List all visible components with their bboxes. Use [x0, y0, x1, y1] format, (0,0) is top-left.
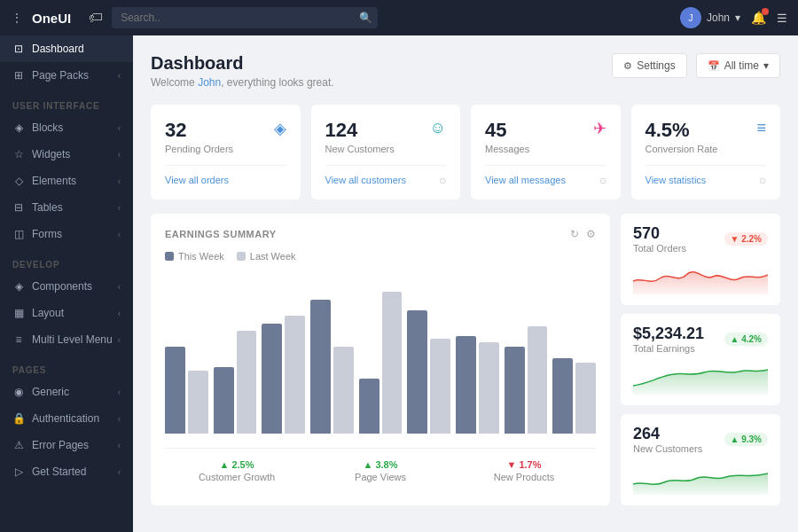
mini-chart-new-customers — [633, 459, 768, 495]
sidebar-item-label: Tables — [32, 201, 63, 214]
search-input[interactable] — [112, 7, 378, 28]
chart-settings-button[interactable]: ⚙ — [586, 228, 596, 240]
sidebar-item-authentication[interactable]: 🔒 Authentication ‹ — [0, 405, 133, 432]
stat-label: New Customers — [325, 144, 447, 154]
user-menu[interactable]: J John ▾ — [680, 7, 740, 28]
bar-group — [262, 316, 305, 434]
refresh-button[interactable]: ↻ — [570, 228, 579, 240]
settings-button[interactable]: ⚙ Settings — [612, 53, 686, 78]
stat-label: Messages — [485, 144, 606, 154]
legend-dot-last — [237, 252, 246, 261]
sidebar-item-forms[interactable]: ◫ Forms ‹ — [0, 221, 133, 247]
sidebar-item-tables[interactable]: ⊟ Tables ‹ — [0, 194, 133, 221]
sidebar-item-multilevel[interactable]: ≡ Multi Level Menu ‹ — [0, 326, 133, 353]
mini-card-header: 264 New Customers ▲ 9.3% — [633, 425, 768, 454]
layout-icon: ▦ — [12, 307, 25, 319]
sidebar-item-error-pages[interactable]: ⚠ Error Pages ‹ — [0, 432, 133, 458]
time-filter-button[interactable]: 📅 All time ▾ — [696, 53, 780, 78]
bar-last — [237, 331, 257, 434]
avatar: J — [680, 7, 701, 28]
sidebar-item-get-started[interactable]: ▷ Get Started ‹ — [0, 458, 133, 485]
search-button[interactable]: 🔍 — [359, 12, 372, 24]
notification-badge — [762, 8, 769, 15]
sidebar-item-components[interactable]: ◈ Components ‹ — [0, 273, 133, 300]
stat-card-customers: ☺ 124 New Customers View all customers ⊙ — [311, 105, 461, 200]
sidebar-item-label: Widgets — [32, 148, 70, 160]
bar-last — [188, 371, 208, 434]
sidebar-item-label: Page Packs — [32, 69, 89, 82]
stat-number: 32 — [165, 119, 286, 142]
sidebar-item-dashboard[interactable]: ⊡ Dashboard — [0, 35, 133, 62]
right-panel: 570 Total Orders ▼ 2.2% — [621, 214, 780, 505]
sidebar: ⊡ Dashboard ⊞ Page Packs ‹ USER INTERFAC… — [0, 35, 133, 532]
chevron-icon: ‹ — [118, 309, 121, 318]
view-messages-link[interactable]: View all messages ⊙ — [485, 165, 606, 185]
sidebar-section-pages: PAGES — [0, 353, 133, 379]
bar-current — [505, 347, 525, 434]
page-subtitle: Welcome John, everything looks great. — [151, 76, 334, 89]
sidebar-item-elements[interactable]: ◇ Elements ‹ — [0, 168, 133, 194]
sidebar-item-blocks[interactable]: ◈ Blocks ‹ — [0, 114, 133, 141]
bar-last — [479, 342, 499, 434]
mini-card-header: 570 Total Orders ▼ 2.2% — [633, 224, 768, 254]
user-chevron-icon: ▾ — [735, 12, 740, 24]
metric-change: ▲ 3.8% — [363, 459, 397, 470]
bookmark-icon[interactable]: 🏷 — [89, 10, 103, 26]
stat-label: Pending Orders — [165, 144, 286, 154]
notifications-bell[interactable]: 🔔 — [751, 11, 766, 25]
page-header-left: Dashboard Welcome John, everything looks… — [151, 53, 334, 89]
link-arrow-icon: ⊙ — [599, 176, 606, 185]
stat-number: 124 — [325, 119, 447, 142]
mini-badge: ▲ 4.2% — [724, 332, 768, 346]
view-statistics-link[interactable]: View statistics ⊙ — [645, 165, 767, 185]
metric-label: New Products — [452, 472, 596, 482]
bottom-row: EARNINGS SUMMARY ↻ ⚙ This Week — [151, 214, 780, 505]
bar-group — [310, 300, 354, 434]
mini-label: New Customers — [633, 443, 702, 454]
get-started-icon: ▷ — [12, 466, 25, 478]
orders-icon: ◈ — [274, 119, 286, 138]
sidebar-item-label: Get Started — [32, 466, 86, 478]
sidebar-item-label: Forms — [32, 228, 62, 240]
tables-icon: ⊟ — [12, 201, 25, 214]
metric-change: ▼ 1.7% — [506, 459, 541, 470]
mini-chart-orders — [633, 259, 768, 294]
chart-legend: This Week Last Week — [165, 251, 596, 262]
sidebar-item-label: Elements — [32, 175, 76, 187]
sidebar-item-label: Authentication — [32, 412, 99, 425]
dashboard-icon: ⊡ — [12, 43, 25, 55]
sidebar-item-generic[interactable]: ◉ Generic ‹ — [0, 379, 133, 405]
bar-last — [285, 316, 305, 434]
bar-current — [456, 336, 476, 434]
sidebar-item-layout[interactable]: ▦ Layout ‹ — [0, 300, 133, 326]
view-orders-link[interactable]: View all orders — [165, 165, 286, 185]
elements-icon: ◇ — [12, 175, 25, 187]
page-title: Dashboard — [151, 53, 334, 74]
auth-icon: 🔒 — [12, 412, 25, 425]
stat-label: Conversion Rate — [645, 144, 767, 154]
metric-label: Customer Growth — [165, 472, 309, 482]
view-customers-link[interactable]: View all customers ⊙ — [325, 165, 447, 185]
stat-number: 45 — [485, 119, 606, 142]
chart-actions: ↻ ⚙ — [570, 228, 596, 240]
mini-number: $5,234.21 — [633, 325, 704, 343]
menu-dots-icon[interactable]: ⋮ — [11, 11, 23, 25]
error-icon: ⚠ — [12, 439, 25, 451]
bar-last — [575, 363, 596, 434]
hamburger-icon[interactable]: ☰ — [777, 12, 787, 25]
mini-card-new-customers: 264 New Customers ▲ 9.3% — [621, 414, 780, 505]
stats-row: ◈ 32 Pending Orders View all orders ☺ 12… — [151, 105, 780, 200]
chevron-icon: ‹ — [118, 335, 121, 345]
bar-group — [165, 347, 208, 434]
search-wrapper: 🔍 — [112, 7, 378, 28]
sidebar-item-page-packs[interactable]: ⊞ Page Packs ‹ — [0, 62, 133, 89]
dropdown-chevron-icon: ▾ — [763, 59, 769, 72]
bar-current — [407, 310, 427, 434]
metric-new-products: ▼ 1.7% New Products — [452, 459, 596, 482]
bar-group — [214, 331, 257, 434]
bar-last — [333, 347, 354, 434]
chevron-icon: ‹ — [118, 387, 121, 397]
chevron-icon: ‹ — [118, 203, 121, 213]
sidebar-item-widgets[interactable]: ☆ Widgets ‹ — [0, 141, 133, 168]
page-packs-icon: ⊞ — [12, 69, 25, 82]
